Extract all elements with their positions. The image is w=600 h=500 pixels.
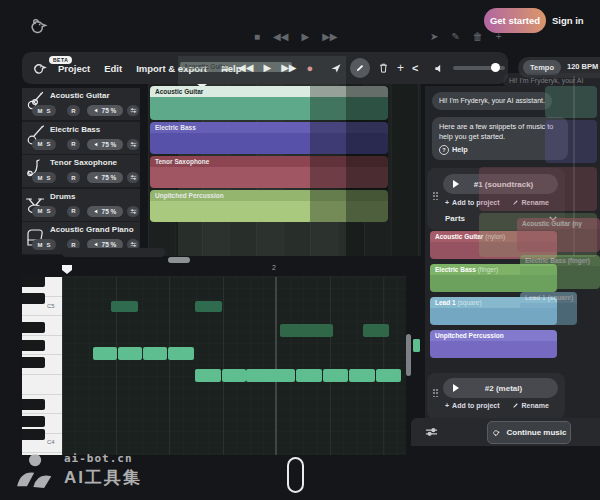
track-settings-button[interactable]: [127, 105, 139, 116]
midi-note[interactable]: [349, 369, 375, 382]
mixer-settings-icon[interactable]: [425, 426, 438, 438]
note-layer: [62, 277, 406, 455]
black-key[interactable]: [22, 322, 45, 333]
part-unpitched-percussion[interactable]: Unpitched Percussion: [430, 330, 557, 358]
midi-note[interactable]: [296, 369, 322, 382]
black-key[interactable]: [22, 357, 45, 368]
black-key[interactable]: [22, 277, 45, 287]
get-started-button[interactable]: Get started: [484, 8, 546, 33]
add-to-project-button[interactable]: +Add to project: [445, 199, 500, 206]
piano-roll-ruler[interactable]: 2: [62, 263, 406, 277]
ghost-tool-icons: ➤ ✎ 🗑 +: [430, 31, 502, 43]
play-icon: ▶: [301, 31, 309, 43]
mute-button[interactable]: M: [37, 208, 42, 214]
help-link[interactable]: Help: [452, 145, 468, 155]
part-electric-bass[interactable]: Electric Bass (finger): [430, 264, 557, 292]
menu-edit[interactable]: Edit: [104, 63, 122, 74]
watermark-site: ai-bot.cn: [64, 452, 142, 465]
midi-note[interactable]: [195, 369, 221, 382]
mute-button[interactable]: M: [37, 175, 42, 181]
parts-label: Parts: [445, 214, 465, 223]
add-tool-icon[interactable]: +: [397, 61, 404, 75]
snippet-card-1: #1 (soundtrack) +Add to project Rename P…: [427, 168, 565, 230]
pencil-tool-button[interactable]: [350, 58, 370, 78]
mute-button[interactable]: M: [37, 108, 42, 114]
midi-note[interactable]: [143, 347, 167, 360]
mute-button[interactable]: M: [37, 242, 42, 248]
flip-tool-icon[interactable]: <: [412, 62, 418, 74]
midi-note[interactable]: [363, 324, 389, 337]
midi-note[interactable]: [413, 339, 420, 352]
track-settings-button[interactable]: [127, 206, 139, 217]
midi-note[interactable]: [280, 324, 333, 337]
midi-note[interactable]: [118, 347, 142, 360]
snippet-1-play-pill[interactable]: #1 (soundtrack): [443, 174, 558, 194]
pointer-tool-icon[interactable]: [330, 62, 342, 74]
volume-icon[interactable]: [434, 63, 445, 74]
midi-note[interactable]: [195, 301, 222, 312]
solo-button[interactable]: S: [46, 242, 50, 248]
menu-project[interactable]: Project: [58, 63, 90, 74]
midi-note[interactable]: [93, 347, 117, 360]
snippet-2-play-pill[interactable]: #2 (metal): [443, 378, 558, 398]
arm-button[interactable]: R: [67, 105, 80, 116]
black-key[interactable]: [22, 340, 45, 351]
volume-slider-thumb[interactable]: [491, 63, 500, 72]
vertical-scrollbar-thumb[interactable]: [406, 334, 411, 376]
track-volume[interactable]: 75 %: [87, 139, 123, 150]
mute-button[interactable]: M: [37, 141, 42, 147]
app-window: ■ ◀◀ ▶ ▶▶ ➤ ✎ 🗑 + Get started Sign in 3 …: [0, 0, 600, 500]
track-name: Acoustic Grand Piano: [50, 225, 134, 234]
parts-section-header[interactable]: Parts: [445, 214, 557, 223]
track-row-drums[interactable]: Drums MS R 75 %: [22, 189, 140, 221]
black-key[interactable]: [22, 399, 45, 410]
stop-icon: ■: [254, 31, 260, 43]
track-row-electric-bass[interactable]: Electric Bass MS R 75 %: [22, 122, 140, 154]
arm-button[interactable]: R: [67, 139, 80, 150]
track-name: Acoustic Guitar: [50, 91, 110, 100]
track-volume[interactable]: 75 %: [87, 206, 123, 217]
midi-note[interactable]: [222, 369, 246, 382]
black-key[interactable]: [22, 416, 45, 427]
piano-roll-playhead[interactable]: [62, 265, 72, 274]
track-volume[interactable]: 75 %: [87, 105, 123, 116]
delete-tool-icon[interactable]: [378, 62, 389, 74]
midi-note[interactable]: [111, 301, 138, 312]
track-row-acoustic-guitar[interactable]: Acoustic Guitar MS R 75 %: [22, 88, 140, 120]
record-button[interactable]: ●: [307, 63, 314, 73]
solo-button[interactable]: S: [46, 208, 50, 214]
key-label-c5: C5: [47, 303, 55, 309]
rename-button[interactable]: Rename: [512, 402, 549, 409]
pencil-icon: [355, 63, 365, 73]
site-logo-bird-icon[interactable]: [26, 13, 52, 39]
midi-note[interactable]: [376, 369, 401, 382]
black-key[interactable]: [22, 429, 45, 440]
solo-button[interactable]: S: [46, 141, 50, 147]
part-acoustic-guitar[interactable]: Acoustic Guitar (nylon): [430, 231, 557, 259]
rename-button[interactable]: Rename: [512, 199, 549, 206]
black-key[interactable]: [22, 293, 45, 304]
add-to-project-button[interactable]: +Add to project: [445, 402, 500, 409]
track-settings-button[interactable]: [127, 139, 139, 150]
drag-handle-icon[interactable]: [433, 192, 440, 200]
midi-note[interactable]: [168, 347, 194, 360]
app-logo-bird-icon[interactable]: [30, 58, 50, 78]
solo-button[interactable]: S: [46, 108, 50, 114]
ghost-transport-controls: ■ ◀◀ ▶ ▶▶: [254, 31, 338, 43]
track-row-tenor-saxophone[interactable]: Tenor Saxophone MS R 75 %: [22, 155, 140, 187]
volume-slider[interactable]: [453, 66, 505, 70]
part-lead-1[interactable]: Lead 1 (square): [430, 297, 557, 325]
sign-in-button[interactable]: Sign in: [552, 15, 584, 26]
continue-music-button[interactable]: Continue music: [487, 421, 571, 444]
arm-button[interactable]: R: [67, 172, 80, 183]
horizontal-scrollbar[interactable]: [62, 248, 165, 257]
midi-note[interactable]: [246, 369, 295, 382]
tempo-value[interactable]: 120 BPM: [567, 62, 598, 71]
drag-handle-icon[interactable]: [433, 389, 440, 397]
track-settings-button[interactable]: [127, 172, 139, 183]
midi-note[interactable]: [323, 369, 348, 382]
solo-button[interactable]: S: [46, 175, 50, 181]
track-volume[interactable]: 75 %: [87, 172, 123, 183]
piano-keyboard[interactable]: C5 C4: [22, 277, 62, 455]
arm-button[interactable]: R: [67, 206, 80, 217]
